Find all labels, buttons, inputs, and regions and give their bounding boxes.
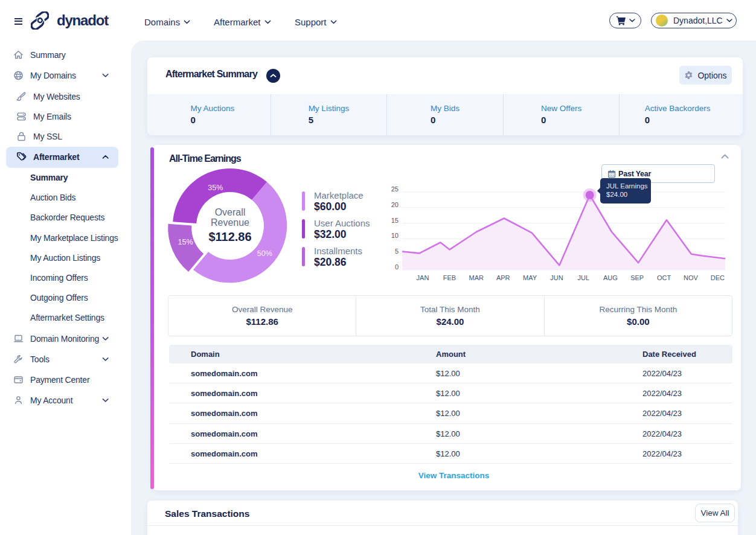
svg-text:MAY: MAY [523,274,537,281]
svg-text:AUG: AUG [603,274,618,281]
svg-text:DEC: DEC [711,274,725,281]
svg-text:35%: 35% [208,184,223,192]
svg-text:20: 20 [391,201,399,208]
svg-text:NOV: NOV [684,274,699,281]
svg-text:SEP: SEP [630,274,644,281]
svg-text:OCT: OCT [657,274,671,281]
svg-text:JUN: JUN [550,274,563,281]
svg-text:25: 25 [391,185,399,193]
svg-text:50%: 50% [257,249,272,258]
svg-text:5: 5 [395,248,399,255]
svg-text:FEB: FEB [443,274,456,281]
svg-text:JUL: JUL [578,274,590,281]
svg-text:JAN: JAN [417,274,429,281]
svg-text:15: 15 [391,217,399,224]
svg-text:0: 0 [395,263,399,271]
svg-text:MAR: MAR [469,274,484,281]
svg-text:10: 10 [391,232,399,239]
svg-text:APR: APR [496,274,510,281]
